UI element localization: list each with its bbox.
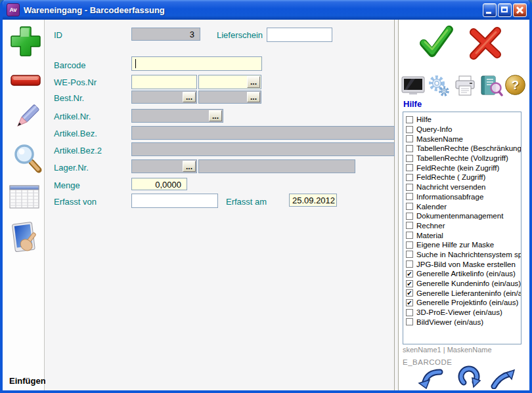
help-list[interactable]: HilfeQuery-InfoMaskenNameTabellenRechte … — [403, 112, 521, 344]
help-list-item[interactable]: Material — [403, 230, 521, 240]
erfasst-von-label: Erfasst von — [54, 197, 97, 207]
table-view-button[interactable] — [9, 184, 40, 213]
lager-nr-field[interactable]: ... — [131, 159, 197, 173]
help-list-item[interactable]: ✔Generelle Artikelinfo (ein/aus) — [403, 269, 521, 279]
help-list-item[interactable]: JPG-Bild von Maske erstellen — [403, 259, 521, 269]
checkbox-unchecked[interactable] — [406, 164, 413, 171]
checkbox-unchecked[interactable] — [406, 309, 413, 316]
help-list-item[interactable]: Hilfe — [403, 115, 521, 125]
checkbox-checked[interactable]: ✔ — [406, 270, 413, 278]
help-item-label: TabellenRechte (Vollzugriff) — [416, 154, 508, 162]
help-list-item[interactable]: 3D-ProE-Viewer (ein/aus) — [403, 308, 521, 318]
checkbox-unchecked[interactable] — [406, 222, 413, 229]
app-icon: Av — [7, 3, 20, 16]
help-list-item[interactable]: Kalender — [403, 201, 521, 211]
checkbox-unchecked[interactable] — [406, 251, 413, 258]
artikel-nr-field[interactable]: ... — [131, 109, 223, 123]
help-list-item[interactable]: FeldRechte (kein Zugriff) — [403, 163, 521, 173]
screen-button[interactable] — [401, 76, 425, 98]
close-button[interactable] — [513, 3, 527, 17]
mask-status-text: skenName1 | MaskenName — [403, 346, 492, 354]
mode-label: Einfügen — [9, 376, 46, 386]
help-list-item[interactable]: Query-Info — [403, 125, 521, 134]
we-pos-nr-field-1[interactable] — [131, 75, 197, 89]
minimize-button[interactable] — [483, 3, 497, 17]
checkbox-unchecked[interactable] — [406, 135, 413, 142]
erfasst-von-field[interactable] — [131, 194, 218, 208]
menge-value: 0,0000 — [155, 179, 181, 189]
help-item-label: FeldRechte (kein Zugriff) — [416, 164, 499, 172]
checkbox-unchecked[interactable] — [406, 260, 413, 268]
touch-mode-button[interactable] — [9, 220, 40, 260]
maximize-button[interactable] — [498, 3, 512, 17]
nav-forward-button[interactable] — [491, 368, 516, 392]
arrow-forward-icon — [491, 368, 516, 389]
add-record-button[interactable] — [9, 25, 42, 62]
help-list-item[interactable]: Dokumentenmanagement — [403, 211, 521, 221]
best-nr-lookup-button-2[interactable]: ... — [247, 92, 260, 102]
checkbox-unchecked[interactable] — [406, 116, 413, 123]
help-list-item[interactable]: FeldRechte ( Zugriff) — [403, 173, 521, 182]
titlebar: Av Wareneingang - Barcodeerfassung — [0, 0, 532, 20]
checkbox-unchecked[interactable] — [406, 184, 413, 191]
help-list-item[interactable]: Rechner — [403, 221, 521, 231]
refresh-button[interactable] — [456, 365, 483, 392]
best-nr-label: Best.Nr. — [54, 93, 84, 103]
checkbox-unchecked[interactable] — [406, 174, 413, 181]
help-item-label: TabellenRechte (Beschränkung) — [416, 144, 521, 152]
help-list-item[interactable]: TabellenRechte (Beschränkung) — [403, 144, 521, 154]
help-list-item[interactable]: TabellenRechte (Vollzugriff) — [403, 154, 521, 163]
delete-record-button[interactable] — [10, 73, 41, 91]
artikel-nr-lookup-button[interactable]: ... — [209, 110, 222, 121]
checkbox-unchecked[interactable] — [406, 213, 413, 220]
best-nr-lookup-button-1[interactable]: ... — [183, 92, 196, 102]
checkbox-unchecked[interactable] — [406, 203, 413, 210]
check-icon — [417, 23, 455, 61]
checkbox-unchecked[interactable] — [406, 232, 413, 239]
help-button[interactable]: ? — [505, 75, 525, 95]
settings-button[interactable] — [426, 75, 450, 100]
best-nr-field-2[interactable]: ... — [198, 91, 261, 104]
help-list-item[interactable]: ✔Generelle Kundeninfo (ein/aus) — [403, 279, 521, 289]
mask-code-text: E_BARCODE — [403, 358, 452, 366]
checkbox-unchecked[interactable] — [406, 193, 413, 200]
we-pos-nr-lookup-button[interactable]: ... — [247, 76, 260, 88]
best-nr-field-1[interactable]: ... — [131, 91, 197, 104]
barcode-field[interactable] — [131, 56, 262, 71]
help-panel-title: Hilfe — [403, 99, 422, 109]
lager-nr-label: Lager.Nr. — [54, 163, 89, 173]
help-list-item[interactable]: BildViewer (ein/aus) — [403, 317, 521, 327]
nav-back-button[interactable] — [418, 368, 444, 392]
erfasst-am-value: 25.09.2012 — [292, 196, 335, 205]
print-button[interactable] — [454, 75, 476, 100]
edit-record-button[interactable] — [10, 102, 41, 138]
help-list-item[interactable]: Informationsabfrage — [403, 192, 521, 202]
checkbox-unchecked[interactable] — [406, 145, 413, 152]
help-list-item[interactable]: Eigene Hilfe zur Maske — [403, 240, 521, 250]
we-pos-nr-field-2[interactable]: ... — [198, 75, 261, 89]
checkbox-checked[interactable]: ✔ — [406, 280, 413, 287]
help-list-item[interactable]: MaskenName — [403, 134, 521, 144]
menge-field[interactable]: 0,0000 — [131, 178, 187, 190]
checkbox-unchecked[interactable] — [406, 126, 413, 133]
ok-button[interactable] — [417, 23, 455, 64]
lager-nr-lookup-button[interactable]: ... — [183, 161, 196, 172]
checkbox-unchecked[interactable] — [406, 155, 413, 162]
help-item-label: Informationsabfrage — [416, 193, 483, 201]
checkbox-unchecked[interactable] — [406, 241, 413, 249]
checkbox-checked[interactable]: ✔ — [406, 299, 413, 306]
pencil-icon — [10, 102, 41, 135]
id-label: ID — [54, 30, 62, 40]
document-search-button[interactable] — [479, 74, 503, 100]
help-list-item[interactable]: ✔Generelle Lieferanteninfo (ein/aus) — [403, 288, 521, 298]
erfasst-am-field[interactable]: 25.09.2012 — [289, 194, 337, 207]
help-list-item[interactable]: Suche in Nachrichtensystem speich — [403, 250, 521, 260]
help-item-label: Nachricht versenden — [416, 183, 485, 191]
checkbox-checked[interactable]: ✔ — [406, 289, 413, 297]
cancel-button[interactable] — [467, 25, 504, 63]
checkbox-unchecked[interactable] — [406, 318, 413, 325]
help-list-item[interactable]: Nachricht versenden — [403, 182, 521, 192]
search-record-button[interactable] — [12, 143, 42, 176]
lieferschein-field[interactable] — [267, 28, 332, 42]
help-list-item[interactable]: ✔Generelle Projektinfo (ein/aus) — [403, 298, 521, 308]
